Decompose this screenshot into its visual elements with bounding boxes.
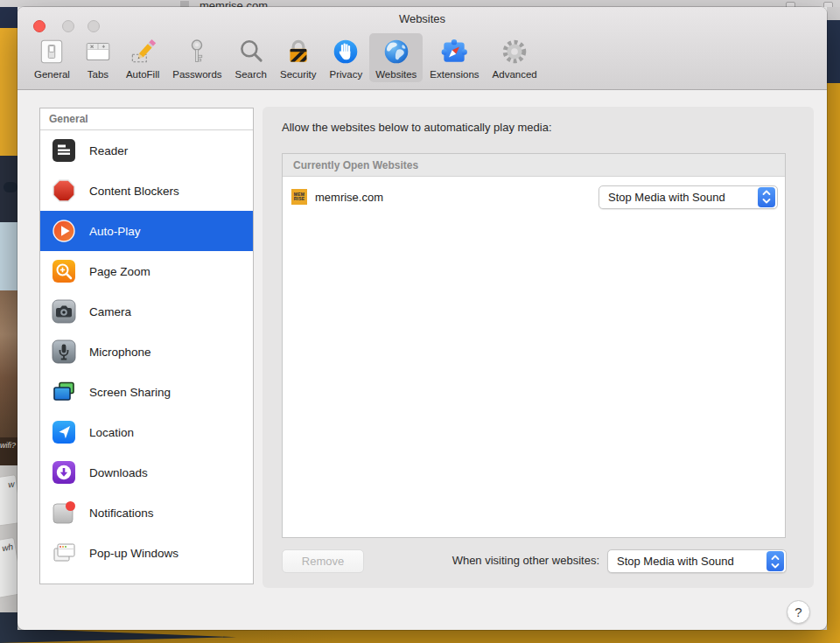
sidebar-item-screen-sharing[interactable]: Screen Sharing xyxy=(40,372,253,412)
site-policy-dropdown[interactable]: Stop Media with Sound xyxy=(598,185,778,209)
background-card: wh xyxy=(0,537,18,599)
tab-label: Websites xyxy=(375,69,416,80)
privacy-icon xyxy=(331,37,360,66)
tab-label: Passwords xyxy=(172,69,221,80)
reader-icon xyxy=(52,138,76,163)
background-block xyxy=(827,7,840,20)
background-block xyxy=(0,156,18,222)
tab-label: Security xyxy=(280,69,317,80)
autofill-icon xyxy=(128,37,158,66)
tab-passwords[interactable]: Passwords xyxy=(166,33,228,82)
tab-label: Privacy xyxy=(330,69,363,80)
tab-search[interactable]: Search xyxy=(229,33,273,82)
sidebar-item-label: Notifications xyxy=(89,507,154,520)
background-card: w xyxy=(0,474,18,527)
tab-privacy[interactable]: Privacy xyxy=(324,33,369,82)
other-websites-dropdown[interactable]: Stop Media with Sound xyxy=(607,549,787,573)
sidebar-item-downloads[interactable]: Downloads xyxy=(40,452,253,493)
sidebar-item-label: Page Zoom xyxy=(89,265,150,278)
search-icon xyxy=(236,37,266,66)
background-tab-bar: memrise.com xyxy=(0,0,840,7)
background-block xyxy=(0,7,18,28)
auto-play-panel: Allow the websites below to automaticall… xyxy=(262,107,814,588)
tabs-icon xyxy=(83,37,113,66)
background-page-left: wifi? w wh xyxy=(0,7,18,643)
background-tab-title: memrise.com xyxy=(200,0,268,7)
when-visiting-label: When visiting other websites: xyxy=(385,554,599,567)
websites-sidebar: General Reader Content Blockers xyxy=(39,108,254,584)
sidebar-item-location[interactable]: Location xyxy=(40,412,253,452)
background-page-bottom xyxy=(0,630,840,643)
tab-websites[interactable]: Websites xyxy=(369,33,423,82)
tab-autofill[interactable]: AutoFill xyxy=(120,33,165,82)
currently-open-websites-table: Currently Open Websites MEM RISE memrise… xyxy=(282,153,786,538)
help-button[interactable]: ? xyxy=(787,600,810,624)
tab-label: Advanced xyxy=(493,69,537,80)
background-block xyxy=(0,630,245,643)
background-cards: w wh xyxy=(0,465,18,612)
notifications-icon xyxy=(52,500,76,525)
background-block xyxy=(0,28,18,156)
close-button[interactable] xyxy=(33,20,46,32)
sidebar-item-notifications[interactable]: Notifications xyxy=(40,493,253,533)
sidebar-item-label: Screen Sharing xyxy=(89,386,171,399)
safari-preferences-window: Websites General xyxy=(18,7,827,630)
sidebar-item-label: Pop-up Windows xyxy=(89,547,178,560)
tab-label: Search xyxy=(235,69,267,80)
background-page-right xyxy=(827,7,840,643)
minimize-button[interactable] xyxy=(62,20,74,32)
window-title: Websites xyxy=(18,12,827,25)
websites-icon xyxy=(382,37,411,66)
sidebar-item-content-blockers[interactable]: Content Blockers xyxy=(40,171,253,211)
tab-label: Extensions xyxy=(430,69,479,80)
camera-icon xyxy=(52,299,76,324)
table-row: MEM RISE memrise.com Stop Media with Sou… xyxy=(283,177,785,217)
sidebar-item-auto-play[interactable]: Auto-Play xyxy=(40,211,253,251)
passwords-icon xyxy=(182,37,212,66)
sidebar-item-page-zoom[interactable]: Page Zoom xyxy=(40,251,253,291)
background-block xyxy=(0,222,18,290)
site-name: memrise.com xyxy=(315,191,598,204)
location-icon xyxy=(52,420,76,444)
sidebar-item-label: Camera xyxy=(89,305,131,318)
downloads-icon xyxy=(52,460,76,485)
tab-extensions[interactable]: Extensions xyxy=(424,33,485,82)
sidebar-item-label: Location xyxy=(89,426,134,439)
background-photo xyxy=(0,290,18,437)
table-header: Currently Open Websites xyxy=(283,154,785,177)
sidebar-header: General xyxy=(40,108,253,130)
dropdown-value: Stop Media with Sound xyxy=(608,555,766,568)
sidebar-item-reader[interactable]: Reader xyxy=(40,130,253,171)
microphone-icon xyxy=(52,339,76,364)
sidebar-item-microphone[interactable]: Microphone xyxy=(40,332,253,372)
screen-sharing-icon xyxy=(52,380,76,404)
tab-label: General xyxy=(34,69,70,80)
screen: memrise.com wifi? w wh Websites xyxy=(0,0,840,643)
sidebar-item-label: Microphone xyxy=(89,346,151,359)
remove-button[interactable]: Remove xyxy=(282,549,364,573)
page-zoom-icon xyxy=(52,259,76,283)
bottom-controls: Remove When visiting other websites: Sto… xyxy=(262,549,814,576)
sidebar-item-label: Auto-Play xyxy=(89,225,141,238)
tab-label: AutoFill xyxy=(126,69,159,80)
dropdown-arrows-icon xyxy=(758,187,775,207)
background-block xyxy=(827,20,840,83)
tab-general[interactable]: General xyxy=(28,33,76,82)
background-block xyxy=(827,83,840,643)
preferences-toolbar: Websites General xyxy=(18,7,827,90)
auto-play-icon xyxy=(52,219,76,243)
sidebar-item-label: Content Blockers xyxy=(89,185,179,198)
background-photo-caption: wifi? xyxy=(0,437,18,465)
general-icon xyxy=(37,37,66,66)
zoom-button[interactable] xyxy=(88,20,100,32)
background-tab-favicon xyxy=(180,1,189,7)
content-blockers-icon xyxy=(52,178,76,203)
toolbar-tabs: General Tabs xyxy=(28,33,544,82)
tab-security[interactable]: Security xyxy=(274,33,323,82)
tab-label: Tabs xyxy=(88,69,108,80)
dropdown-value: Stop Media with Sound xyxy=(599,191,758,204)
sidebar-item-popup-windows[interactable]: Pop-up Windows xyxy=(40,533,253,573)
tab-tabs[interactable]: Tabs xyxy=(77,33,119,82)
tab-advanced[interactable]: Advanced xyxy=(486,33,543,82)
sidebar-item-camera[interactable]: Camera xyxy=(40,291,253,332)
